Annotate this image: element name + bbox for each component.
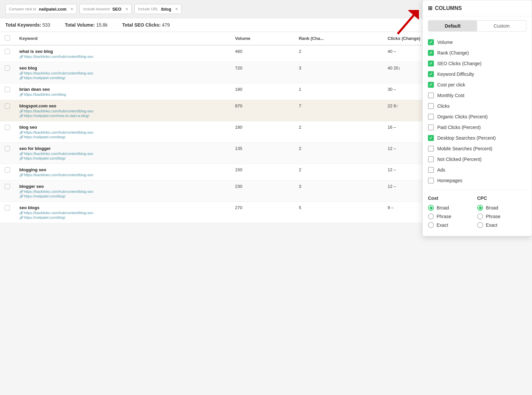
checkbox-control[interactable] [428, 71, 434, 77]
keyword-url[interactable]: 🔗https://backlinko.com/hub/content/blog-… [19, 152, 226, 156]
keyword-url[interactable]: 🔗https://backlinko.com/hub/content/blog-… [19, 190, 226, 194]
checkbox-control[interactable] [428, 178, 434, 184]
keyword-url[interactable]: 🔗https://neilpatel.com/blog/ [19, 156, 226, 160]
filter-compare-rank-close[interactable]: × [70, 6, 73, 12]
checkbox-item[interactable]: Volume [428, 37, 526, 48]
checkbox-item[interactable]: Cost per click [428, 79, 526, 90]
radio-cost-btn[interactable] [428, 222, 434, 228]
row-rank: 5 [294, 202, 383, 223]
checkbox-item[interactable]: Ads [428, 165, 526, 175]
keyword-url[interactable]: 🔗https://backlinko.com/hub/content/blog-… [19, 211, 226, 215]
row-checkbox[interactable] [0, 143, 15, 164]
radio-cost-option[interactable]: Phrase [428, 213, 477, 219]
radio-row: Phrase Phrase [428, 212, 526, 221]
keyword-url[interactable]: 🔗https://backlinko.com/hub/content/blog-… [19, 130, 226, 134]
keyword-url[interactable]: 🔗https://neilpatel.com/blog/ [19, 135, 226, 139]
keyword-url[interactable]: 🔗https://backlinko.com/hub/content/blog-… [19, 173, 226, 177]
row-rank: 3 [294, 181, 383, 202]
filter-compare-rank[interactable]: Compare rank to neilpatel.com × [5, 4, 77, 14]
col-rank[interactable]: Rank (Cha... [294, 32, 383, 45]
keyword-url[interactable]: 🔗https://backlinko.com/hub/content/blog-… [19, 55, 226, 59]
row-keyword: blog seo 🔗https://backlinko.com/hub/cont… [15, 121, 230, 143]
row-keyword: seo blog 🔗https://backlinko.com/hub/cont… [15, 62, 230, 83]
row-checkbox[interactable] [0, 202, 15, 223]
checkbox-item[interactable]: SEO Clicks (Change) [428, 58, 526, 69]
checkbox-control[interactable] [428, 103, 434, 109]
keyword-url[interactable]: 🔗https://neilpatel.com/blog/ [19, 215, 226, 219]
keyword-url[interactable]: 🔗https://backlinko.com/hub/content/blog-… [19, 71, 226, 75]
filter-include-keyword[interactable]: Include keyword SEO × [79, 4, 132, 14]
filter-include-url-close[interactable]: × [175, 6, 178, 12]
checkbox-label: Keyword Difficulty [437, 71, 474, 77]
radio-cpc-label: Exact [486, 222, 497, 228]
row-keyword: blogger seo 🔗https://backlinko.com/hub/c… [15, 181, 230, 202]
checkbox-label: Volume [437, 40, 453, 45]
radio-cost-btn[interactable] [428, 205, 434, 211]
row-checkbox[interactable] [0, 45, 15, 62]
checkbox-control[interactable] [428, 135, 434, 141]
checkbox-item[interactable]: Keyword Difficulty [428, 69, 526, 79]
row-checkbox[interactable] [0, 181, 15, 202]
row-checkbox[interactable] [0, 62, 15, 83]
checkbox-label: Rank (Change) [437, 50, 469, 56]
keyword-name: seo blogs [19, 205, 226, 210]
checkbox-item[interactable]: Rank (Change) [428, 48, 526, 58]
row-keyword: seo blogs 🔗https://backlinko.com/hub/con… [15, 202, 230, 223]
checkbox-control[interactable] [428, 92, 434, 98]
checkbox-item[interactable]: Monthly Cost [428, 90, 526, 101]
radio-cpc-option[interactable]: Exact [477, 222, 526, 228]
checkbox-item[interactable]: Paid Clicks (Percent) [428, 122, 526, 133]
main-area: Compare rank to neilpatel.com × Include … [0, 0, 532, 395]
row-rank: 2 [294, 45, 383, 62]
radio-cost-option[interactable]: Broad [428, 205, 477, 211]
row-checkbox[interactable] [0, 100, 15, 121]
section-divider [428, 190, 526, 190]
row-volume: 150 [230, 164, 294, 181]
keyword-url[interactable]: 🔗https://neilpatel.com/blog/ [19, 76, 226, 80]
row-checkbox[interactable] [0, 164, 15, 181]
keyword-url[interactable]: 🔗https://neilpatel.com/how-to-start-a-bl… [19, 114, 226, 118]
filter-include-url[interactable]: Include URL /blog × [134, 4, 182, 14]
radio-cpc-btn[interactable] [477, 222, 483, 228]
keyword-url[interactable]: 🔗https://neilpatel.com/blog/ [19, 194, 226, 198]
checkbox-control[interactable] [428, 124, 434, 130]
checkbox-control[interactable] [428, 39, 434, 45]
checkbox-item[interactable]: Clicks [428, 101, 526, 111]
filter-include-url-value: /blog [161, 7, 171, 12]
radio-cpc-option[interactable]: Broad [477, 205, 526, 211]
radio-row: Exact Exact [428, 221, 526, 229]
checkbox-label: Monthly Cost [437, 93, 465, 98]
col-volume[interactable]: Volume [230, 32, 294, 45]
radio-cpc-label: Broad [486, 205, 498, 210]
checkbox-item[interactable]: Desktop Searches (Percent) [428, 133, 526, 143]
checkbox-control[interactable] [428, 156, 434, 162]
row-checkbox[interactable] [0, 83, 15, 100]
checkbox-item[interactable]: Homepages [428, 175, 526, 186]
row-keyword: blogging seo 🔗https://backlinko.com/hub/… [15, 164, 230, 181]
checkbox-control[interactable] [428, 146, 434, 152]
radio-cost-label: Broad [437, 205, 449, 210]
checkbox-label: Not Clicked (Percent) [437, 157, 481, 162]
radio-cpc-option[interactable]: Phrase [477, 213, 526, 219]
checkbox-control[interactable] [428, 61, 434, 66]
radio-cost-option[interactable]: Exact [428, 222, 477, 228]
checkbox-control[interactable] [428, 82, 434, 88]
checkbox-label: Mobile Searches (Percent) [437, 146, 492, 151]
checkbox-control[interactable] [428, 50, 434, 56]
col-keyword[interactable]: Keyword [15, 32, 230, 45]
checkbox-item[interactable]: Organic Clicks (Percent) [428, 111, 526, 122]
radio-cpc-btn[interactable] [477, 213, 483, 219]
tab-default[interactable]: Default [428, 21, 477, 31]
keyword-url[interactable]: 🔗https://backlinko.com/blog [19, 92, 226, 96]
checkbox-item[interactable]: Mobile Searches (Percent) [428, 143, 526, 154]
checkbox-control[interactable] [428, 167, 434, 173]
tab-custom[interactable]: Custom [477, 21, 526, 31]
filter-include-keyword-close[interactable]: × [125, 6, 128, 12]
radio-cost-btn[interactable] [428, 213, 434, 219]
keyword-url[interactable]: 🔗https://backlinko.com/hub/content/blog-… [19, 109, 226, 113]
filter-include-keyword-value: SEO [112, 7, 121, 12]
row-checkbox[interactable] [0, 121, 15, 143]
checkbox-control[interactable] [428, 114, 434, 120]
radio-cpc-btn[interactable] [477, 205, 483, 211]
checkbox-item[interactable]: Not Clicked (Percent) [428, 154, 526, 165]
